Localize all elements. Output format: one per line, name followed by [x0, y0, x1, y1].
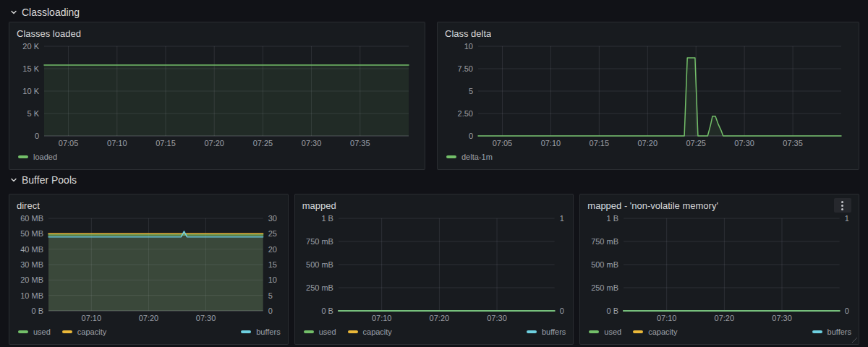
panel-header[interactable]: mapped - 'non-volatile memory'	[587, 198, 851, 213]
y-axis-tick-label: 7.50	[458, 64, 473, 73]
panel-menu-button[interactable]	[834, 198, 851, 213]
legend-item-used[interactable]: used	[18, 327, 51, 336]
legend-item-buffers[interactable]: buffers	[241, 327, 280, 336]
y-axis-tick-label: 5	[469, 87, 473, 95]
legend-item-capacity[interactable]: capacity	[633, 327, 677, 336]
y-axis-tick-label: 0	[469, 132, 473, 140]
y-axis-tick-label: 60 MB	[20, 214, 43, 223]
y-axis-tick-label: 0 B	[31, 307, 43, 315]
y-axis-tick-label: 20 K	[22, 42, 39, 51]
x-axis-tick-label: 07:20	[204, 139, 224, 147]
y-axis-tick-label: 10	[464, 42, 473, 51]
legend-item-buffers[interactable]: buffers	[812, 327, 851, 336]
section-header-classloading[interactable]: Classloading	[9, 3, 859, 22]
series-fill-buffers	[48, 231, 263, 311]
y-axis-right-tick-label: 15	[268, 260, 277, 269]
y-axis-tick-label: 250 mB	[306, 283, 333, 292]
legend-label: buffers	[256, 327, 280, 336]
panel-mapped: mapped 07:1007:2007:300 B250 mB500 mB750…	[294, 194, 574, 345]
y-axis-tick-label: 40 MB	[20, 245, 43, 254]
x-axis-tick-label: 07:10	[107, 139, 127, 147]
legend-item-capacity[interactable]: capacity	[62, 327, 106, 336]
y-axis-right-tick-label: 1	[845, 214, 849, 223]
legend-item-used[interactable]: used	[304, 327, 336, 336]
legend-item-capacity[interactable]: capacity	[348, 327, 392, 336]
legend-label: used	[604, 327, 621, 336]
class-delta-chart[interactable]: 07:0507:1007:1507:2007:2507:3007:3502.50…	[445, 40, 851, 149]
panel-header[interactable]: Class delta	[445, 26, 851, 40]
legend: loaded	[17, 149, 417, 165]
legend: used capacity buffers	[302, 324, 566, 340]
series-fill-delta-1m	[478, 58, 841, 136]
legend: used capacity buffers	[17, 324, 281, 340]
panel-title: Classes loaded	[17, 28, 81, 39]
y-axis-tick-label: 2.50	[458, 109, 473, 118]
x-axis-tick-label: 07:10	[372, 314, 392, 322]
y-axis-right-tick-label: 0	[559, 307, 563, 315]
panel-title: mapped	[302, 200, 336, 211]
x-axis-tick-label: 07:30	[773, 314, 792, 322]
direct-chart[interactable]: 07:1007:2007:300 B10 MB20 MB30 MB40 MB50…	[17, 213, 281, 324]
legend-item-loaded[interactable]: loaded	[18, 153, 57, 161]
y-axis-right-tick-label: 0	[845, 307, 849, 315]
y-axis-tick-label: 500 mB	[591, 260, 618, 269]
row-buffer-pools: direct 07:1007:2007:300 B10 MB20 MB30 MB…	[9, 194, 859, 345]
x-axis-tick-label: 07:10	[541, 139, 561, 147]
legend-swatch	[812, 330, 822, 333]
legend-label: delta-1m	[461, 153, 493, 161]
chevron-down-icon	[10, 9, 17, 16]
x-axis-tick-label: 07:05	[493, 139, 513, 147]
panel-header[interactable]: direct	[17, 198, 281, 213]
x-axis-tick-label: 07:15	[590, 139, 610, 147]
legend-swatch	[446, 155, 456, 158]
section-header-buffer-pools[interactable]: Buffer Pools	[9, 171, 859, 189]
legend-label: used	[33, 327, 51, 336]
y-axis-tick-label: 20 MB	[20, 275, 43, 284]
y-axis-tick-label: 10 MB	[20, 291, 43, 300]
mapped-chart[interactable]: 07:1007:2007:300 B250 mB500 mB750 mB1 B0…	[302, 213, 566, 324]
y-axis-tick-label: 30 MB	[20, 260, 43, 269]
x-axis-tick-label: 07:20	[429, 314, 449, 322]
y-axis-tick-label: 15 K	[22, 64, 39, 73]
legend-swatch	[62, 330, 72, 333]
legend-swatch	[18, 155, 28, 158]
y-axis-tick-label: 750 mB	[591, 237, 618, 246]
y-axis-right-tick-label: 20	[268, 245, 277, 254]
mapped-non-volatile-chart[interactable]: 07:1007:2007:300 B250 mB500 mB750 mB1 B0…	[587, 213, 851, 324]
panel-header[interactable]: Classes loaded	[17, 26, 417, 40]
legend-label: loaded	[33, 153, 57, 161]
y-axis-tick-label: 50 MB	[20, 229, 43, 238]
legend-label: buffers	[542, 327, 566, 336]
panel-class-delta: Class delta 07:0507:1007:1507:2007:2507:…	[437, 22, 859, 170]
x-axis-tick-label: 07:25	[686, 139, 706, 147]
legend-item-buffers[interactable]: buffers	[527, 327, 566, 336]
legend-swatch	[18, 330, 28, 333]
section-title: Buffer Pools	[22, 174, 77, 186]
y-axis-tick-label: 250 mB	[591, 283, 618, 292]
series-fill-loaded	[44, 65, 409, 136]
legend: delta-1m	[445, 149, 851, 165]
x-axis-tick-label: 07:30	[302, 139, 322, 147]
legend-item-used[interactable]: used	[589, 327, 621, 336]
y-axis-tick-label: 1 B	[607, 214, 618, 223]
x-axis-tick-label: 07:10	[82, 314, 101, 322]
x-axis-tick-label: 07:20	[638, 139, 658, 147]
panel-title: direct	[17, 200, 40, 211]
legend-swatch	[527, 330, 537, 333]
y-axis-right-tick-label: 10	[268, 275, 277, 284]
x-axis-tick-label: 07:20	[715, 314, 734, 322]
legend-label: capacity	[648, 327, 677, 336]
classes-loaded-chart[interactable]: 07:0507:1007:1507:2007:2507:3007:3505 K1…	[17, 40, 417, 149]
y-axis-tick-label: 0 B	[607, 307, 618, 315]
grafana-dashboard: Classloading Classes loaded 07:0507:1007…	[0, 0, 868, 347]
panel-classes-loaded: Classes loaded 07:0507:1007:1507:2007:25…	[9, 22, 425, 170]
legend-item-delta-1m[interactable]: delta-1m	[446, 153, 493, 161]
panel-title: mapped - 'non-volatile memory'	[587, 200, 718, 211]
x-axis-tick-label: 07:30	[487, 314, 507, 322]
legend-label: used	[319, 327, 336, 336]
resize-handle-icon[interactable]	[851, 337, 858, 343]
x-axis-tick-label: 07:30	[734, 139, 754, 147]
panel-header[interactable]: mapped	[302, 198, 566, 213]
legend: used capacity buffers	[587, 324, 851, 340]
x-axis-tick-label: 07:35	[783, 139, 803, 147]
